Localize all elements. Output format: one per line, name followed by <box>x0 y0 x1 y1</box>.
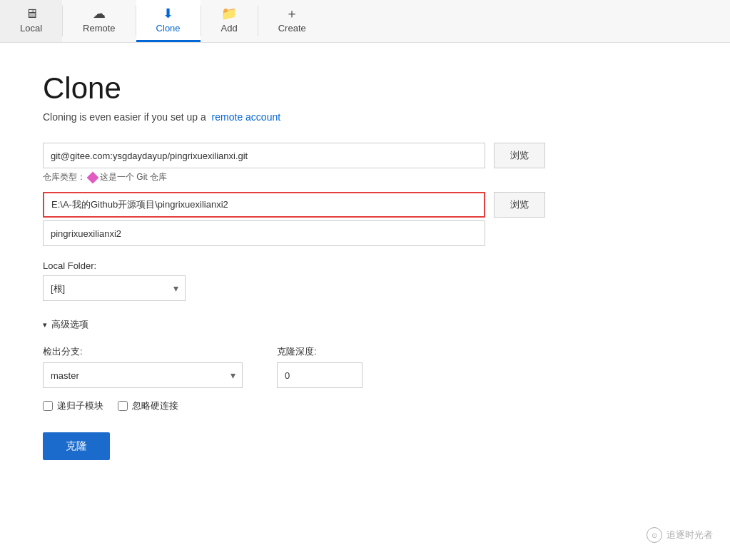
advanced-options-toggle[interactable]: ▾ 高级选项 <box>43 318 599 331</box>
checkout-branch-label: 检出分支: <box>43 345 243 358</box>
nav-remote-label: Remote <box>83 23 116 34</box>
local-path-row: 浏览 <box>43 192 599 218</box>
advanced-row: 检出分支: master ▾ 克隆深度: <box>43 345 599 388</box>
clone-depth-input[interactable] <box>277 362 363 388</box>
checkout-branch-group: 检出分支: master ▾ <box>43 345 243 388</box>
chevron-right-icon: ▾ <box>43 320 47 330</box>
branch-select[interactable]: master <box>43 362 243 388</box>
clone-button[interactable]: 克隆 <box>43 432 110 460</box>
nav-clone[interactable]: ⬇ Clone <box>136 0 201 42</box>
advanced-section: 检出分支: master ▾ 克隆深度: 递归子模块 <box>43 345 599 412</box>
nav-add[interactable]: 📁 Add <box>201 0 258 42</box>
repo-type-hint: 仓库类型： 这是一个 Git 仓库 <box>43 171 599 183</box>
page-title: Clone <box>43 71 599 106</box>
local-folder-select[interactable]: [根] <box>43 275 186 301</box>
folder-name-input[interactable] <box>43 220 485 246</box>
repo-url-row: 浏览 <box>43 143 599 168</box>
clone-depth-label: 克隆深度: <box>277 345 363 358</box>
nav-add-label: Add <box>221 23 238 34</box>
recursive-submodule-label[interactable]: 递归子模块 <box>43 399 103 412</box>
branch-select-wrapper: master ▾ <box>43 362 243 388</box>
clone-icon: ⬇ <box>163 7 173 20</box>
browse-button-1[interactable]: 浏览 <box>494 143 545 168</box>
main-content: Clone Cloning is even easier if you set … <box>0 43 642 489</box>
checkbox-row: 递归子模块 忽略硬连接 <box>43 399 599 412</box>
folder-name-row <box>43 220 599 246</box>
nav-local[interactable]: 🖥 Local <box>0 0 62 42</box>
local-path-input[interactable] <box>43 192 485 218</box>
add-icon: 📁 <box>221 7 237 20</box>
nav-remote[interactable]: ☁ Remote <box>63 0 136 42</box>
diamond-icon <box>87 171 99 183</box>
ignore-hardlinks-checkbox[interactable] <box>118 401 128 411</box>
clone-depth-group: 克隆深度: <box>277 345 363 388</box>
local-folder-label: Local Folder: <box>43 260 599 271</box>
nav-create[interactable]: ＋ Create <box>258 0 326 42</box>
browse-button-2[interactable]: 浏览 <box>494 192 545 218</box>
recursive-submodule-text: 递归子模块 <box>57 399 103 412</box>
ignore-hardlinks-text: 忽略硬连接 <box>132 399 178 412</box>
local-icon: 🖥 <box>25 7 38 20</box>
repo-url-input[interactable] <box>43 143 485 168</box>
repo-type-text: 这是一个 Git 仓库 <box>100 171 167 183</box>
local-folder-select-wrapper: [根] ▾ <box>43 275 186 301</box>
create-icon: ＋ <box>285 7 298 20</box>
repo-type-prefix: 仓库类型： <box>43 171 86 183</box>
remote-account-link[interactable]: remote account <box>212 111 281 123</box>
top-nav: 🖥 Local ☁ Remote ⬇ Clone 📁 Add ＋ Create <box>0 0 730 43</box>
subtitle-text: Cloning is even easier if you set up a <box>43 111 206 123</box>
advanced-options-label: 高级选项 <box>51 318 88 331</box>
remote-icon: ☁ <box>93 7 106 20</box>
nav-clone-label: Clone <box>156 23 181 34</box>
recursive-submodule-checkbox[interactable] <box>43 401 53 411</box>
nav-local-label: Local <box>20 23 42 34</box>
ignore-hardlinks-label[interactable]: 忽略硬连接 <box>118 399 178 412</box>
subtitle: Cloning is even easier if you set up a r… <box>43 111 599 123</box>
nav-create-label: Create <box>278 23 306 34</box>
